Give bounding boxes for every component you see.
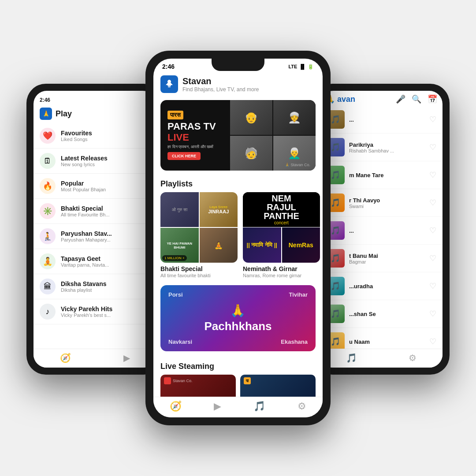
namami-cell: || नमामि नेमि || bbox=[243, 227, 281, 263]
menu-item-favourites[interactable]: ❤️ Favourites Liked Songs bbox=[33, 123, 156, 149]
banner-photo-3: 🧓 bbox=[230, 136, 272, 171]
heart-2[interactable]: ♡ bbox=[429, 142, 436, 152]
banner-title: PARAS TVLIVE bbox=[167, 121, 216, 142]
song-info-1: ... bbox=[349, 116, 425, 123]
song-info-6: t Banu Mai Bagmar bbox=[349, 253, 425, 264]
banner-watermark: 🙏 Stavan Co. bbox=[285, 163, 310, 167]
song-item-4[interactable]: 🎵 r Thi Aavyo Swami ♡ bbox=[320, 189, 443, 217]
favourites-label: Favourites bbox=[61, 130, 150, 137]
song-item-7[interactable]: 🎵 ...uradha ♡ bbox=[320, 272, 443, 300]
right-phone: 🙏 avan 🎤 🔍 📅 🎵 ... ♡ 🎵 Parikriya Rishabh… bbox=[313, 84, 450, 375]
song-item-3[interactable]: 🎵 m Mane Tare ♡ bbox=[320, 161, 443, 189]
song-item-6[interactable]: 🎵 t Banu Mai Bagmar ♡ bbox=[320, 245, 443, 272]
pachhkhans-bottom-row: Navkarsi Ekashana bbox=[168, 338, 308, 345]
heart-7[interactable]: ♡ bbox=[429, 281, 436, 291]
app-title: Stavan bbox=[182, 76, 316, 86]
menu-item-paryushan[interactable]: 🧎 Paryushan Stav... Paryushan Mahapary..… bbox=[33, 224, 156, 249]
song-info-9: u Naam bbox=[349, 338, 425, 345]
live-row: Stavan Co. NAVANI पा PARAS bbox=[160, 375, 316, 397]
nav-library[interactable]: 🎵 bbox=[253, 401, 265, 412]
menu-item-diksha[interactable]: 🏛 Diksha Stavans Diksha playlist bbox=[33, 274, 156, 299]
heart-1[interactable]: ♡ bbox=[429, 115, 436, 124]
latest-icon: 🗓 bbox=[40, 153, 56, 169]
diksha-icon: 🏛 bbox=[40, 279, 56, 294]
menu-item-popular[interactable]: 🔥 Popular Most Popular Bhajan bbox=[33, 174, 156, 199]
heart-5[interactable]: ♡ bbox=[429, 226, 436, 235]
popular-label: Popular bbox=[61, 180, 150, 187]
heart-3[interactable]: ♡ bbox=[429, 170, 436, 180]
heart-9[interactable]: ♡ bbox=[429, 337, 436, 346]
nemras-cell: NemRas bbox=[282, 227, 320, 263]
heart-6[interactable]: ♡ bbox=[429, 253, 436, 263]
left-logo: 🙏 bbox=[40, 108, 52, 120]
song-info-2: Parikriya Rishabh Sambhav ... bbox=[349, 141, 425, 153]
heart-4[interactable]: ♡ bbox=[429, 198, 436, 208]
latest-sublabel: New song lyrics bbox=[61, 162, 150, 167]
right-search-icon[interactable]: 🔍 bbox=[412, 94, 421, 104]
left-bottom-nav: 🧭 ▶ bbox=[33, 349, 156, 368]
playlist-bhakti[interactable]: ओ गुरु सा Laya Snree JINRAAJ YE HAI bbox=[160, 192, 238, 278]
left-phone: 2:46 🙏 Play ❤️ Favourites Liked Songs 🗓 … bbox=[26, 84, 163, 375]
song-info-4: r Thi Aavyo Swami bbox=[349, 197, 425, 209]
right-nav-library[interactable]: 🎵 bbox=[346, 353, 357, 363]
song-item-5[interactable]: 🎵 ... ♡ bbox=[320, 217, 443, 245]
left-status-bar: 2:46 bbox=[33, 94, 156, 106]
pachhkhans-card[interactable]: Porsi Tivihar Navkarsi Ekashana 🙏 Pachhk… bbox=[160, 285, 316, 351]
bhakti-img-2: Laya Snree JINRAAJ bbox=[200, 192, 238, 227]
scroll-content[interactable]: पारस PARAS TVLIVE हर दिन प्रवचन, आरती और… bbox=[153, 97, 323, 397]
song-title-4: r Thi Aavyo bbox=[349, 197, 425, 204]
bhakti-playlist-name: Bhakti Special bbox=[160, 265, 238, 272]
bhakti-label: Bhakti Special bbox=[61, 205, 150, 212]
right-header: 🙏 avan 🎤 🔍 📅 bbox=[320, 91, 443, 106]
menu-item-tapasya[interactable]: 🧘 Tapasya Geet Varitap parna, Navta... bbox=[33, 249, 156, 274]
paras-logo-live: पा bbox=[244, 377, 251, 384]
bhakti-thumb: ओ गुरु सा Laya Snree JINRAAJ YE HAI bbox=[160, 192, 238, 263]
right-mic-icon[interactable]: 🎤 bbox=[396, 94, 405, 104]
right-bottom-nav: 🎵 ⚙ bbox=[320, 349, 443, 368]
popular-text: Popular Most Popular Bhajan bbox=[61, 180, 150, 192]
paras-text: PARAS bbox=[244, 396, 264, 397]
favourites-text: Favourites Liked Songs bbox=[61, 130, 150, 142]
left-nav-play[interactable]: ▶ bbox=[123, 353, 130, 363]
heart-8[interactable]: ♡ bbox=[429, 309, 436, 319]
nav-explore[interactable]: 🧭 bbox=[170, 401, 182, 412]
nav-settings[interactable]: ⚙ bbox=[298, 401, 306, 412]
menu-item-bhakti[interactable]: ✳️ Bhakti Special All time Favourite Bh.… bbox=[33, 199, 156, 224]
song-title-9: u Naam bbox=[349, 338, 425, 345]
song-info-5: ... bbox=[349, 227, 425, 234]
diksha-sublabel: Diksha playlist bbox=[61, 287, 150, 293]
live-card-navani[interactable]: Stavan Co. NAVANI bbox=[160, 375, 236, 397]
right-calendar-icon[interactable]: 📅 bbox=[428, 94, 437, 104]
live-card-paras[interactable]: पा PARAS bbox=[240, 375, 316, 397]
song-item-2[interactable]: 🎵 Parikriya Rishabh Sambhav ... ♡ bbox=[320, 134, 443, 161]
bottom-nav: 🧭 ▶ 🎵 ⚙ bbox=[153, 397, 323, 417]
bhakti-grid: ओ गुरु सा Laya Snree JINRAAJ YE HAI bbox=[160, 192, 238, 263]
playlist-neminath[interactable]: NEMRAJULPANTHE concert || नमामि नेमि || … bbox=[243, 192, 320, 278]
song-info-3: m Mane Tare bbox=[349, 172, 425, 178]
right-nav-settings[interactable]: ⚙ bbox=[409, 353, 416, 363]
live-section-title: Live Steaming bbox=[153, 357, 323, 375]
navani-text: NAVANI bbox=[164, 396, 185, 397]
battery-icon: 🔋 bbox=[308, 64, 314, 70]
pachhkhans-ekashana: Ekashana bbox=[281, 338, 308, 345]
click-here-button[interactable]: CLICK HERE bbox=[167, 152, 201, 160]
left-time: 2:46 bbox=[40, 97, 50, 103]
svg-rect-1 bbox=[168, 86, 171, 87]
song-item-8[interactable]: 🎵 ...shan Se ♡ bbox=[320, 300, 443, 328]
left-nav-explore[interactable]: 🧭 bbox=[60, 353, 71, 363]
song-item-1[interactable]: 🎵 ... ♡ bbox=[320, 106, 443, 134]
paras-banner[interactable]: पारस PARAS TVLIVE हर दिन प्रवचन, आरती और… bbox=[160, 100, 316, 171]
notch bbox=[212, 59, 264, 71]
song-title-8: ...shan Se bbox=[349, 311, 425, 317]
favourites-sublabel: Liked Songs bbox=[61, 137, 150, 142]
vicky-icon: ♪ bbox=[40, 304, 56, 320]
menu-item-latest[interactable]: 🗓 Latest Releases New song lyrics bbox=[33, 149, 156, 174]
tapasya-sublabel: Varitap parna, Navta... bbox=[61, 262, 150, 268]
menu-item-vicky[interactable]: ♪ Vicky Parekh Hits Vicky Parekh's best … bbox=[33, 299, 156, 324]
neminath-playlist-desc: Namras, Rome rome girnar bbox=[243, 273, 320, 278]
song-title-5: ... bbox=[349, 227, 425, 234]
network-icon: LTE bbox=[288, 64, 297, 69]
nav-play[interactable]: ▶ bbox=[214, 401, 221, 412]
million-badge: 1 MILLION + bbox=[162, 255, 187, 261]
status-icons: LTE ▐▌ 🔋 bbox=[288, 64, 314, 70]
